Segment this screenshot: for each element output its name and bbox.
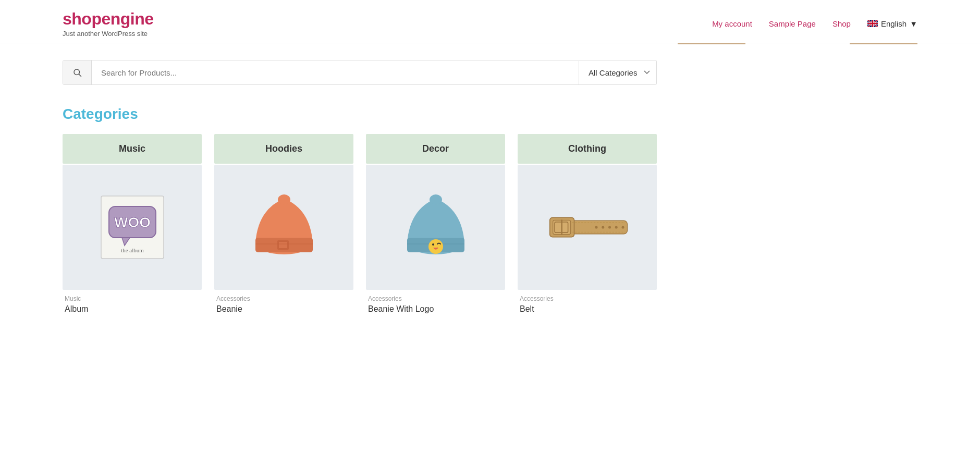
search-input[interactable] xyxy=(92,61,579,84)
logo-subtitle: Just another WordPress site xyxy=(63,30,154,38)
nav-shop[interactable]: Shop xyxy=(832,19,851,28)
search-icon xyxy=(72,68,82,77)
nav-sample-page[interactable]: Sample Page xyxy=(769,19,816,28)
beanie-illustration xyxy=(250,188,318,266)
product-tag-album: Music xyxy=(65,295,200,302)
header: shopengine Just another WordPress site M… xyxy=(0,0,980,43)
category-card-music[interactable]: Music WOO the album Music Album xyxy=(63,134,202,317)
product-info-beanie: Accessories Beanie xyxy=(214,290,353,317)
product-info-album: Music Album xyxy=(63,290,202,317)
logo-title[interactable]: shopengine xyxy=(63,9,154,29)
svg-point-23 xyxy=(608,226,610,228)
language-selector[interactable]: English ▼ xyxy=(867,19,917,28)
product-info-beanie-logo: Accessories Beanie With Logo xyxy=(366,290,505,317)
underline-bar-2 xyxy=(850,43,917,44)
search-bar: All Categories Music Hoodies Decor Cloth… xyxy=(63,60,657,85)
category-select[interactable]: All Categories Music Hoodies Decor Cloth… xyxy=(579,61,656,84)
logo-area: shopengine Just another WordPress site xyxy=(63,9,154,38)
flag-icon xyxy=(867,20,878,27)
album-illustration: WOO the album xyxy=(96,191,169,264)
category-label-music: Music xyxy=(63,134,202,164)
svg-point-9 xyxy=(278,194,290,205)
underline-bar-1 xyxy=(678,43,745,44)
product-name-album[interactable]: Album xyxy=(65,304,200,314)
svg-rect-12 xyxy=(279,242,287,248)
nav-my-account[interactable]: My account xyxy=(712,19,752,28)
svg-rect-20 xyxy=(570,221,628,234)
product-name-belt[interactable]: Belt xyxy=(520,304,655,314)
svg-point-19 xyxy=(432,243,434,246)
categories-title: Categories xyxy=(63,106,917,123)
language-dropdown-arrow: ▼ xyxy=(910,19,917,28)
product-image-belt[interactable] xyxy=(518,165,657,290)
product-image-album[interactable]: WOO the album xyxy=(63,165,202,290)
main-nav: My account Sample Page Shop English ▼ xyxy=(712,19,917,28)
search-section: All Categories Music Hoodies Decor Cloth… xyxy=(0,44,980,90)
svg-point-25 xyxy=(621,226,624,228)
svg-line-2 xyxy=(79,74,81,76)
product-image-beanie-logo[interactable] xyxy=(366,165,505,290)
product-name-beanie-logo[interactable]: Beanie With Logo xyxy=(368,304,503,314)
svg-point-21 xyxy=(595,226,597,228)
category-card-decor[interactable]: Decor xyxy=(366,134,505,317)
search-button[interactable] xyxy=(63,60,92,84)
belt-illustration xyxy=(543,204,632,251)
categories-section: Categories Music WOO the album Musi xyxy=(0,90,980,327)
category-card-clothing[interactable]: Clothing xyxy=(518,134,657,317)
product-tag-beanie-logo: Accessories xyxy=(368,295,503,302)
product-image-beanie[interactable] xyxy=(214,165,353,290)
svg-point-24 xyxy=(615,226,617,228)
svg-point-15 xyxy=(430,194,442,205)
product-tag-beanie: Accessories xyxy=(216,295,351,302)
category-label-hoodies: Hoodies xyxy=(214,134,353,164)
svg-text:WOO: WOO xyxy=(114,214,151,230)
svg-text:the album: the album xyxy=(121,247,144,253)
svg-point-22 xyxy=(602,226,604,228)
category-card-hoodies[interactable]: Hoodies Accessories xyxy=(214,134,353,317)
category-label-decor: Decor xyxy=(366,134,505,164)
product-name-beanie[interactable]: Beanie xyxy=(216,304,351,314)
product-info-belt: Accessories Belt xyxy=(518,290,657,317)
product-tag-belt: Accessories xyxy=(520,295,655,302)
beanie-logo-illustration xyxy=(402,188,470,266)
categories-grid: Music WOO the album Music Album xyxy=(63,134,657,317)
category-label-clothing: Clothing xyxy=(518,134,657,164)
language-label: English xyxy=(881,19,906,28)
svg-point-18 xyxy=(428,239,443,254)
